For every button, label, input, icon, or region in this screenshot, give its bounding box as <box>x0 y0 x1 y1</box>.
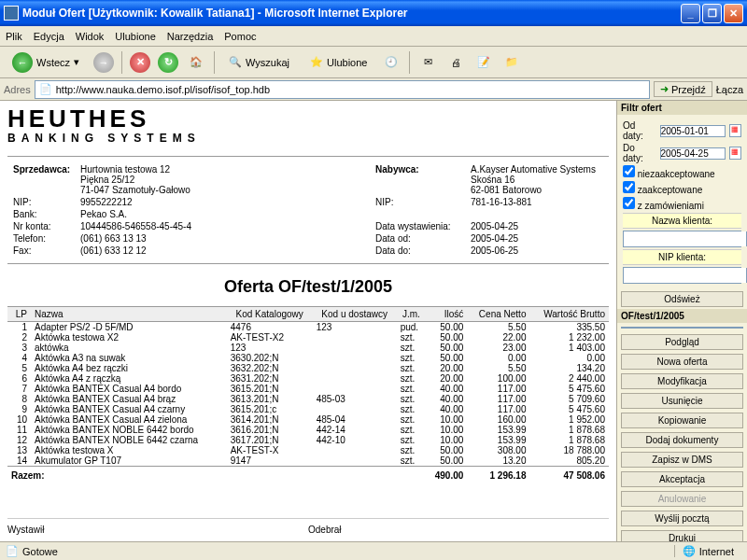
podglad-button[interactable]: Podgląd <box>621 334 743 350</box>
table-row: 12Aktówka BANTEX NOBLE 6442 czarna3617.2… <box>7 435 609 445</box>
address-bar: Adres 📄 http://www.nauka.demo.isof.pl/is… <box>0 78 747 101</box>
akceptacja-button[interactable]: Akceptacja <box>621 471 743 487</box>
client-nip-input[interactable] <box>624 268 746 283</box>
menu-narzedzia[interactable]: Narzędzia <box>167 31 214 42</box>
links-label[interactable]: Łącza <box>716 84 743 95</box>
calendar-icon[interactable]: ▦ <box>729 147 741 160</box>
menu-widok[interactable]: Widok <box>76 31 105 42</box>
modyfikacja-button[interactable]: Modyfikacja <box>621 373 743 389</box>
status-bar: 📄 Gotowe 🌐Internet <box>0 541 747 560</box>
close-button[interactable]: ✕ <box>724 4 743 23</box>
seller-label: Sprzedawca: <box>13 164 70 175</box>
from-date-input[interactable] <box>660 125 726 137</box>
to-date-input[interactable] <box>660 147 726 160</box>
go-button[interactable]: ➜Przejdź <box>654 81 712 97</box>
mail-button[interactable]: ✉ <box>416 50 440 75</box>
print-button[interactable]: 🖨 <box>444 50 468 75</box>
offer-title: Oferta OF/test/1/2005 <box>7 277 609 297</box>
offer-table: LP Nazwa Kod Katalogowy Kod u dostawcy J… <box>7 306 609 481</box>
edit-button[interactable]: 📝 <box>472 50 496 75</box>
sidebar: Filtr ofert Od daty:▦ Do daty:▦ niezaakc… <box>616 101 747 541</box>
maximize-button[interactable]: ❐ <box>702 4 722 23</box>
table-row: 9Aktówka BANTEX Casual A4 czarny3615.201… <box>7 404 609 414</box>
buyer-name: A.Kayser Automative Systems <box>471 164 603 175</box>
anulowanie-button: Anulowanie <box>621 491 743 507</box>
folder-button[interactable]: 📁 <box>500 50 524 75</box>
nowa-oferta-button[interactable]: Nowa oferta <box>621 354 743 370</box>
refresh-button[interactable]: ↻ <box>156 50 180 75</box>
drukuj-button[interactable]: Drukuj <box>621 530 743 541</box>
dodaj-dokumenty-button[interactable]: Dodaj dokumenty <box>621 432 743 448</box>
col-kodk: Kod Katalogowy <box>227 307 313 322</box>
table-row: 13Aktówka testowa XAK-TEST-Xszt.50.00308… <box>7 445 609 455</box>
company-logo: HEUTHES <box>7 108 609 130</box>
menu-ulubione[interactable]: Ulubione <box>115 31 155 42</box>
company-sub: BANKING SYSTEMS <box>7 132 609 145</box>
list-item[interactable]: OF/test/1/2005 <box>622 328 742 329</box>
buyer-addr1: Skośna 16 <box>471 175 603 185</box>
globe-icon: 🌐 <box>683 545 696 557</box>
address-label: Adres <box>4 84 31 95</box>
window-titlebar: Moduł Ofert [Użytkownik: Kowalik Tatiana… <box>0 0 747 26</box>
menu-pomoc[interactable]: Pomoc <box>224 31 256 42</box>
col-lp: LP <box>7 307 31 322</box>
col-kodu: Kod u dostawcy <box>313 307 397 322</box>
sig-wystawil-label: Wystawił <box>7 525 308 535</box>
buyer-label: Nabywca: <box>375 164 419 175</box>
home-button[interactable]: 🏠 <box>184 50 208 75</box>
from-date-label: Od daty: <box>623 120 656 141</box>
status-text: Gotowe <box>22 546 58 557</box>
page-icon: 📄 <box>39 83 52 95</box>
cb-zamowienia[interactable]: z zamówieniami <box>623 197 741 211</box>
page-icon: 📄 <box>6 545 19 557</box>
client-nip-label: NIP klienta: <box>623 249 741 265</box>
usuniecie-button[interactable]: Usunięcie <box>621 393 743 409</box>
col-wart: Wartość Brutto <box>529 307 609 322</box>
kopiowanie-button[interactable]: Kopiowanie <box>621 413 743 428</box>
back-button[interactable]: ←Wstecz ▾ <box>4 50 88 75</box>
col-nazwa: Nazwa <box>31 307 227 322</box>
table-row: 10Aktówka BANTEX Casual A4 zielona3614.2… <box>7 414 609 425</box>
table-row: 6Aktówka A4 z rączką3631.202;Nszt.20.001… <box>7 373 609 384</box>
cb-niezaakceptowane[interactable]: niezaakceptowane <box>623 165 741 179</box>
seller-addr2: 71-047 Szamotuły-Gałowo <box>80 185 366 195</box>
window-title: Moduł Ofert [Użytkownik: Kowalik Tatiana… <box>22 7 681 20</box>
totals-label: Razem: <box>7 467 227 482</box>
col-cena: Cena Netto <box>467 307 529 322</box>
url-field[interactable]: 📄 http://www.nauka.demo.isof.pl/isof/iso… <box>35 80 650 99</box>
table-row: 8Aktówka BANTEX Casual A4 brąz3613.201;N… <box>7 394 609 404</box>
table-row: 14Akumulator GP T1079147szt.50.0013.2080… <box>7 455 609 467</box>
favorites-button[interactable]: ⭐Ulubione <box>302 50 375 75</box>
menu-plik[interactable]: Plik <box>6 31 22 42</box>
search-button[interactable]: 🔍Wyszukaj <box>220 50 298 75</box>
table-row: 1Adapter PS/2 -D 5F/MD4476123pud.50.005.… <box>7 322 609 333</box>
client-name-label: Nazwa klienta: <box>623 213 741 229</box>
toolbar: ←Wstecz ▾ → ✕ ↻ 🏠 🔍Wyszukaj ⭐Ulubione 🕘 … <box>0 47 747 78</box>
to-date-label: Do daty: <box>623 143 656 163</box>
forward-button[interactable]: → <box>92 50 116 75</box>
table-row: 5Aktówka A4 bez rączki3632.202;Nszt.20.0… <box>7 363 609 373</box>
zone-text: Internet <box>699 546 734 557</box>
zapisz-dms-button[interactable]: Zapisz w DMS <box>621 452 743 468</box>
totals-cena: 1 296.18 <box>467 467 529 482</box>
calendar-icon[interactable]: ▦ <box>729 124 741 137</box>
totals-wartosc: 47 508.06 <box>529 467 609 482</box>
filter-header: Filtr ofert <box>617 101 747 115</box>
menu-bar: Plik Edycja Widok Ulubione Narzędzia Pom… <box>0 26 747 47</box>
stop-button[interactable]: ✕ <box>128 50 152 75</box>
ie-icon <box>4 6 19 21</box>
minimize-button[interactable]: _ <box>681 4 700 23</box>
menu-edycja[interactable]: Edycja <box>34 31 64 42</box>
offers-list[interactable]: OF/test/1/2005 <box>621 327 743 329</box>
table-row: 11Aktówka BANTEX NOBLE 6442 bordo3616.20… <box>7 425 609 435</box>
cb-zaakceptowane[interactable]: zaakceptowane <box>623 181 741 195</box>
client-name-input[interactable] <box>624 231 746 246</box>
url-text: http://www.nauka.demo.isof.pl/isof/isof_… <box>56 84 270 95</box>
history-button[interactable]: 🕘 <box>379 50 403 75</box>
refresh-button[interactable]: Odśwież <box>621 291 743 307</box>
totals-ilosc: 490.00 <box>426 467 467 482</box>
list-header: OF/test/1/2005 <box>617 309 747 323</box>
table-row: 3aktówka123szt.50.0023.001 403.00 <box>7 343 609 353</box>
buyer-addr2: 62-081 Batorowo <box>471 185 603 195</box>
wyslij-poczta-button[interactable]: Wyślij pocztą <box>621 511 743 526</box>
